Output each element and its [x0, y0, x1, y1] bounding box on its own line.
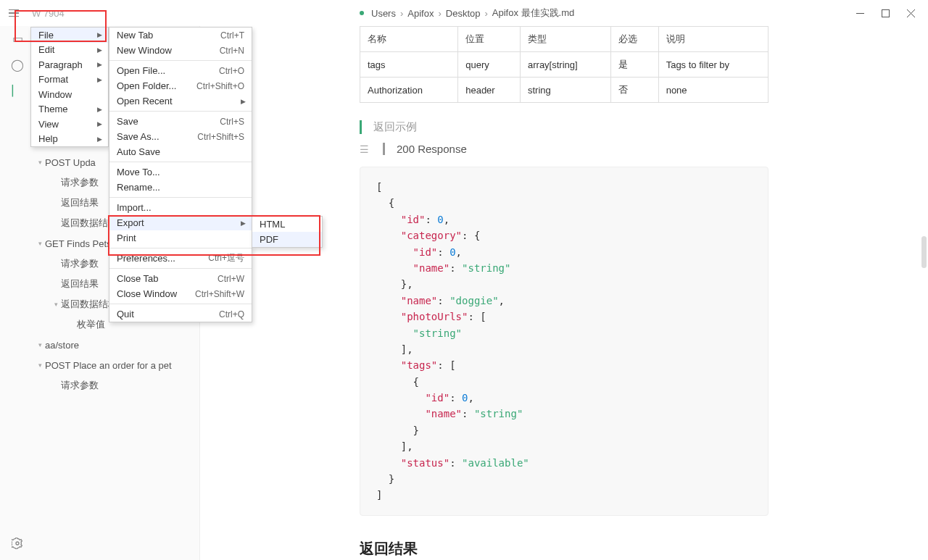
breadcrumb-segment[interactable]: Apifox — [407, 8, 434, 19]
tree-item[interactable]: 请求参数 — [35, 375, 199, 396]
table-header: 必选 — [611, 27, 659, 52]
scrollbar-thumb[interactable] — [921, 236, 927, 268]
params-table: 名称位置类型必选说明tagsqueryarray[string]是Tags to… — [360, 26, 768, 103]
table-row: tagsqueryarray[string]是Tags to filter by — [360, 52, 768, 78]
menu-item[interactable]: Close TabCtrl+W — [109, 271, 252, 286]
response-label: 200 Response — [383, 143, 467, 155]
chevron-right-icon: ▶ — [97, 61, 102, 68]
main-area: Users›Apifox›Desktop›Apifox 最佳实践.md 名称位置… — [200, 0, 928, 560]
chevron-right-icon: ▶ — [97, 31, 102, 38]
menu-item[interactable]: Save As...Ctrl+Shift+S — [109, 129, 252, 144]
menu-item[interactable]: Edit▶ — [31, 43, 108, 58]
menu-item[interactable]: File▶ — [31, 28, 108, 43]
chevron-right-icon: ▶ — [97, 106, 102, 113]
menu-item[interactable]: Open Folder...Ctrl+Shift+O — [109, 78, 252, 93]
menu-item[interactable]: Auto Save — [109, 144, 252, 159]
tree-item[interactable]: ▾aa/store — [35, 335, 199, 355]
menu-item[interactable]: Close WindowCtrl+Shift+W — [109, 286, 252, 301]
menu-item[interactable]: Rename... — [109, 180, 252, 195]
menu-item[interactable]: Preferences...Ctrl+逗号 — [109, 251, 252, 266]
menu-item[interactable]: PDF — [252, 232, 322, 247]
menu-item[interactable]: Paragraph▶ — [31, 57, 108, 72]
main-menu-popup[interactable]: File▶Edit▶Paragraph▶Format▶WindowTheme▶V… — [30, 27, 109, 147]
breadcrumb[interactable]: Users›Apifox›Desktop›Apifox 最佳实践.md — [200, 0, 928, 26]
table-header: 类型 — [521, 27, 611, 52]
export-submenu[interactable]: HTMLPDF — [252, 216, 323, 248]
table-header: 说明 — [658, 27, 768, 52]
menu-item[interactable]: Open File...Ctrl+O — [109, 63, 252, 78]
example-heading: 返回示例 — [360, 120, 768, 134]
chevron-right-icon: ▶ — [97, 76, 102, 83]
code-block: [ { "id": 0, "category": { "id": 0, "nam… — [360, 167, 768, 516]
content: 名称位置类型必选说明tagsqueryarray[string]是Tags to… — [200, 26, 928, 560]
files-icon[interactable]: ▭ — [11, 32, 24, 45]
breadcrumb-segment[interactable]: Desktop — [446, 8, 481, 19]
menu-item[interactable]: QuitCtrl+Q — [109, 306, 252, 322]
window-title: W 7904 — [32, 8, 65, 19]
breadcrumb-segment[interactable]: Users — [371, 8, 396, 19]
menu-item[interactable]: Import... — [109, 200, 252, 215]
table-header: 名称 — [360, 27, 458, 52]
menu-item[interactable]: Theme▶ — [31, 102, 108, 117]
table-row: Authorizationheaderstring否none — [360, 78, 768, 103]
svg-point-4 — [16, 542, 19, 545]
menu-item[interactable]: Print — [109, 230, 252, 246]
chevron-right-icon: ▶ — [97, 135, 102, 143]
search-icon[interactable]: ◯ — [11, 58, 24, 71]
menu-item[interactable]: Move To... — [109, 164, 252, 180]
result-heading: 返回结果 — [360, 539, 768, 559]
menu-item[interactable]: Format▶ — [31, 72, 108, 88]
chevron-right-icon: ▶ — [97, 120, 102, 128]
table-header: 位置 — [458, 27, 521, 52]
outline-icon[interactable]: ⎸ — [11, 84, 24, 97]
file-submenu[interactable]: New TabCtrl+TNew WindowCtrl+NOpen File..… — [109, 27, 252, 322]
chevron-right-icon: ▶ — [241, 220, 246, 227]
menu-item[interactable]: HTML — [252, 217, 322, 232]
menu-item[interactable]: Window — [31, 87, 108, 102]
settings-gear-icon[interactable] — [11, 537, 24, 550]
activity-rail: ▭ ◯ ⎸ — [0, 26, 35, 560]
chevron-right-icon: ▶ — [97, 46, 102, 54]
hamburger-menu-icon[interactable] — [9, 4, 26, 22]
menu-item[interactable]: Open Recent▶ — [109, 93, 252, 109]
list-icon[interactable]: ☰ — [360, 143, 371, 155]
tree-item[interactable]: ▾POST Place an order for a pet — [35, 355, 199, 375]
menu-item[interactable]: New TabCtrl+T — [109, 28, 252, 43]
menu-item[interactable]: New WindowCtrl+N — [109, 43, 252, 58]
menu-item[interactable]: Help▶ — [31, 132, 108, 147]
breadcrumb-segment[interactable]: Apifox 最佳实践.md — [492, 7, 574, 20]
menu-item[interactable]: View▶ — [31, 117, 108, 132]
menu-item[interactable]: Export▶ — [109, 215, 252, 230]
menu-item[interactable]: SaveCtrl+S — [109, 114, 252, 129]
chevron-right-icon: ▶ — [241, 98, 246, 105]
